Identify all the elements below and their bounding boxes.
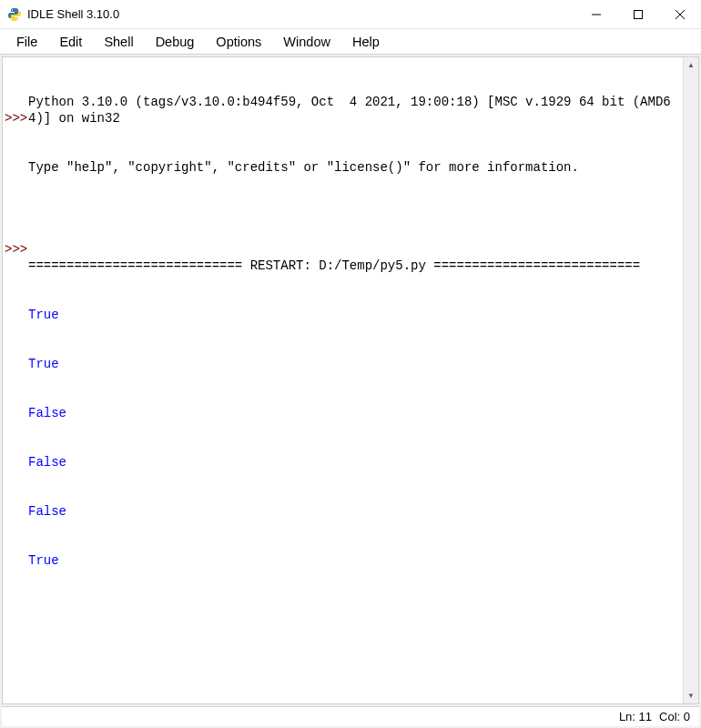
- scroll-track[interactable]: [684, 73, 698, 688]
- window-title: IDLE Shell 3.10.0: [27, 7, 575, 21]
- svg-rect-3: [635, 10, 643, 18]
- window-controls: [575, 0, 701, 28]
- prompt: >>>: [5, 241, 28, 258]
- title-bar: IDLE Shell 3.10.0: [0, 0, 701, 29]
- banner-line: Python 3.10.0 (tags/v3.10.0:b494f59, Oct…: [28, 94, 683, 126]
- banner-line: Type "help", "copyright", "credits" or "…: [28, 159, 683, 176]
- minimize-button[interactable]: [575, 0, 617, 28]
- menu-bar: File Edit Shell Debug Options Window Hel…: [0, 29, 701, 55]
- scroll-down-icon[interactable]: ▼: [684, 688, 698, 703]
- restart-line: ============================ RESTART: D:…: [28, 258, 683, 274]
- menu-help[interactable]: Help: [341, 31, 391, 53]
- prompt: >>>: [5, 110, 28, 126]
- scroll-up-icon[interactable]: ▲: [684, 57, 698, 73]
- output-line: True: [28, 552, 683, 569]
- shell-text[interactable]: Python 3.10.0 (tags/v3.10.0:b494f59, Oct…: [28, 57, 683, 703]
- menu-shell[interactable]: Shell: [93, 31, 144, 53]
- svg-point-1: [16, 18, 17, 19]
- maximize-button[interactable]: [617, 0, 659, 28]
- prompt-gutter: >>> >>>: [3, 57, 28, 703]
- menu-file[interactable]: File: [5, 31, 48, 53]
- close-button[interactable]: [659, 0, 701, 28]
- svg-point-0: [12, 9, 13, 10]
- output-line: True: [28, 307, 683, 323]
- menu-edit[interactable]: Edit: [48, 31, 93, 53]
- shell-area: >>> >>> Python 3.10.0 (tags/v3.10.0:b494…: [2, 56, 699, 704]
- output-line: False: [28, 454, 683, 470]
- menu-options[interactable]: Options: [205, 31, 272, 53]
- output-line: True: [28, 356, 683, 372]
- python-idle-icon: [7, 7, 22, 22]
- output-line: False: [28, 405, 683, 421]
- menu-debug[interactable]: Debug: [145, 31, 206, 53]
- menu-window[interactable]: Window: [272, 31, 341, 53]
- status-bar: Ln: 11 Col: 0: [2, 706, 699, 726]
- status-col: Col: 0: [659, 710, 690, 723]
- vertical-scrollbar[interactable]: ▲ ▼: [683, 57, 698, 703]
- status-line: Ln: 11: [619, 710, 652, 723]
- output-line: False: [28, 503, 683, 520]
- blank-line: [28, 208, 683, 225]
